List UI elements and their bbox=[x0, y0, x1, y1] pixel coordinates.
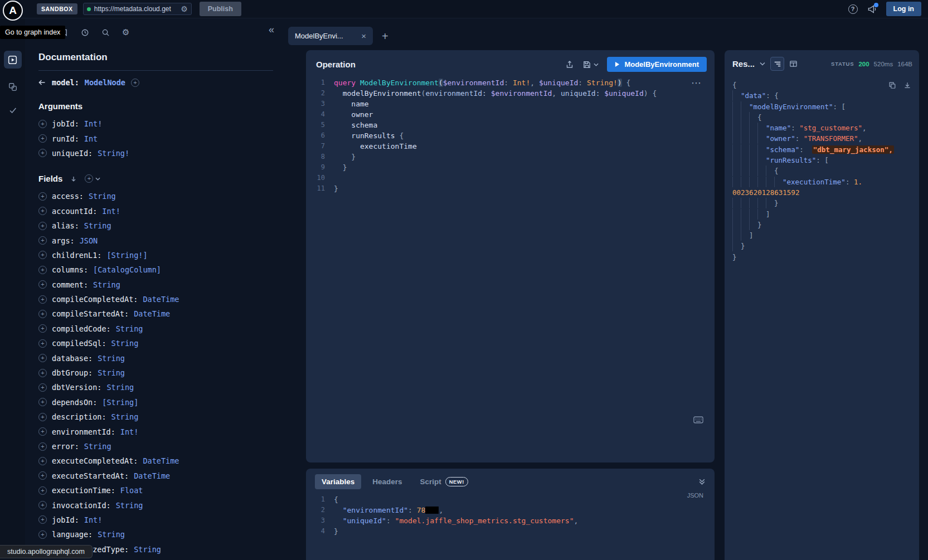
save-operation-button[interactable] bbox=[582, 60, 599, 69]
help-icon[interactable]: ? bbox=[848, 4, 858, 14]
schema-nav-icon[interactable] bbox=[8, 82, 18, 92]
field-type[interactable]: DateTime bbox=[143, 456, 179, 465]
field-type[interactable]: String bbox=[89, 192, 116, 201]
field-type[interactable]: DateTime bbox=[143, 295, 179, 304]
field-type[interactable]: String bbox=[116, 501, 143, 510]
announcements-icon[interactable] bbox=[867, 5, 877, 13]
add-to-query-icon[interactable]: + bbox=[38, 398, 47, 406]
doc-item-language[interactable]: +language:String bbox=[38, 527, 295, 542]
add-to-query-icon[interactable]: + bbox=[38, 369, 47, 377]
field-type[interactable]: String bbox=[106, 383, 134, 392]
history-icon[interactable] bbox=[81, 28, 89, 37]
add-to-query-icon[interactable]: + bbox=[38, 120, 47, 128]
field-type[interactable]: String bbox=[111, 412, 139, 421]
add-to-query-icon[interactable]: + bbox=[38, 471, 47, 480]
field-type[interactable]: String bbox=[84, 442, 111, 451]
add-to-query-icon[interactable]: + bbox=[38, 149, 47, 157]
add-to-query-icon[interactable]: + bbox=[38, 515, 47, 524]
sort-fields-icon[interactable] bbox=[70, 175, 77, 183]
field-type[interactable]: String bbox=[98, 530, 125, 539]
add-all-fields-button[interactable]: + bbox=[85, 174, 100, 183]
doc-item-alias[interactable]: +alias:String bbox=[38, 218, 295, 233]
login-button[interactable]: Log in bbox=[886, 2, 922, 16]
doc-item-uniqueId[interactable]: +uniqueId:String! bbox=[38, 146, 295, 160]
add-to-query-icon[interactable]: + bbox=[38, 457, 47, 465]
add-to-query-icon[interactable]: + bbox=[38, 324, 47, 333]
field-type[interactable]: String bbox=[116, 324, 143, 333]
operation-tab[interactable]: ModelByEnvi... × bbox=[288, 27, 373, 45]
tree-view-icon[interactable] bbox=[770, 57, 784, 71]
settings-gear-icon[interactable]: ⚙ bbox=[122, 27, 129, 37]
keyboard-shortcuts-icon[interactable] bbox=[693, 416, 703, 423]
doc-item-accountId[interactable]: +accountId:Int! bbox=[38, 204, 295, 218]
field-type[interactable]: Int bbox=[84, 134, 98, 143]
search-icon[interactable] bbox=[101, 28, 110, 37]
field-type[interactable]: Int! bbox=[84, 119, 103, 128]
field-type[interactable]: String bbox=[98, 368, 125, 377]
doc-item-args[interactable]: +args:JSON bbox=[38, 233, 295, 247]
collapse-variables-icon[interactable] bbox=[698, 478, 706, 485]
add-to-query-icon[interactable]: + bbox=[38, 192, 47, 201]
add-to-query-icon[interactable]: + bbox=[38, 280, 47, 289]
field-type[interactable]: String bbox=[84, 221, 111, 230]
doc-item-executionTime[interactable]: +executionTime:Float bbox=[38, 483, 295, 498]
doc-item-childrenL1[interactable]: +childrenL1:[String!] bbox=[38, 248, 295, 262]
doc-item-description[interactable]: +description:String bbox=[38, 410, 295, 424]
add-to-query-icon[interactable]: + bbox=[38, 442, 47, 451]
doc-item-comment[interactable]: +comment:String bbox=[38, 277, 295, 292]
table-view-icon[interactable] bbox=[789, 60, 798, 68]
add-to-query-icon[interactable]: + bbox=[38, 295, 47, 304]
add-to-query-icon[interactable]: + bbox=[38, 222, 47, 230]
add-model-icon[interactable]: + bbox=[131, 79, 139, 87]
doc-item-environmentId[interactable]: +environmentId:Int! bbox=[38, 424, 295, 439]
operation-more-icon[interactable]: ⋯ bbox=[691, 78, 701, 88]
field-type[interactable]: Int! bbox=[120, 427, 139, 436]
add-to-query-icon[interactable]: + bbox=[38, 339, 47, 348]
doc-item-dbtVersion[interactable]: +dbtVersion:String bbox=[38, 380, 295, 395]
doc-item-jobId[interactable]: +jobId:Int! bbox=[38, 513, 295, 527]
field-type[interactable]: Int! bbox=[102, 207, 120, 216]
doc-item-access[interactable]: +access:String bbox=[38, 189, 295, 203]
field-type[interactable]: String! bbox=[98, 149, 129, 158]
add-to-query-icon[interactable]: + bbox=[38, 530, 47, 539]
add-to-query-icon[interactable]: + bbox=[38, 486, 47, 495]
doc-item-compileCompletedAt[interactable]: +compileCompletedAt:DateTime bbox=[38, 292, 295, 306]
field-type[interactable]: [String!] bbox=[106, 251, 147, 260]
add-to-query-icon[interactable]: + bbox=[38, 236, 47, 245]
doc-item-error[interactable]: +error:String bbox=[38, 439, 295, 454]
tab-headers[interactable]: Headers bbox=[366, 474, 409, 489]
collapse-docs-icon[interactable]: « bbox=[269, 25, 274, 35]
doc-item-jobId[interactable]: +jobId:Int! bbox=[38, 116, 295, 131]
back-arrow-icon[interactable] bbox=[37, 78, 46, 87]
response-dropdown-chevron-icon[interactable] bbox=[760, 62, 765, 66]
field-type[interactable]: [CatalogColumn] bbox=[93, 265, 161, 274]
field-type[interactable]: String bbox=[134, 545, 161, 554]
run-operation-button[interactable]: ModelByEnvironment bbox=[607, 57, 707, 72]
copy-response-icon[interactable] bbox=[888, 81, 896, 89]
new-tab-button[interactable]: + bbox=[382, 31, 388, 42]
add-to-query-icon[interactable]: + bbox=[38, 134, 47, 143]
field-type[interactable]: Int! bbox=[84, 515, 103, 524]
share-icon[interactable] bbox=[565, 60, 574, 69]
download-response-icon[interactable] bbox=[903, 81, 911, 89]
checklist-nav-icon[interactable] bbox=[8, 105, 18, 115]
field-type[interactable]: Float bbox=[120, 486, 143, 495]
connection-settings-icon[interactable]: ⚙ bbox=[181, 4, 188, 13]
model-type-link[interactable]: ModelNode bbox=[85, 78, 125, 87]
doc-item-compiledCode[interactable]: +compiledCode:String bbox=[38, 322, 295, 336]
add-to-query-icon[interactable]: + bbox=[38, 310, 47, 318]
doc-item-invocationId[interactable]: +invocationId:String bbox=[38, 498, 295, 512]
field-type[interactable]: DateTime bbox=[134, 309, 170, 318]
add-to-query-icon[interactable]: + bbox=[38, 266, 47, 274]
field-type[interactable]: String bbox=[93, 280, 120, 289]
field-type[interactable]: DateTime bbox=[134, 471, 170, 480]
explorer-nav-icon[interactable] bbox=[4, 51, 22, 69]
variables-editor[interactable]: 1{2 "environmentId": 78,3 "uniqueId": "m… bbox=[306, 494, 715, 537]
graph-url-input[interactable]: https://metadata.cloud.get ⚙ bbox=[83, 3, 192, 15]
add-to-query-icon[interactable]: + bbox=[38, 383, 47, 392]
doc-item-executeCompletedAt[interactable]: +executeCompletedAt:DateTime bbox=[38, 454, 295, 468]
tab-variables[interactable]: Variables bbox=[315, 474, 361, 489]
publish-button[interactable]: Publish bbox=[200, 2, 241, 16]
add-to-query-icon[interactable]: + bbox=[38, 207, 47, 215]
doc-item-database[interactable]: +database:String bbox=[38, 350, 295, 365]
